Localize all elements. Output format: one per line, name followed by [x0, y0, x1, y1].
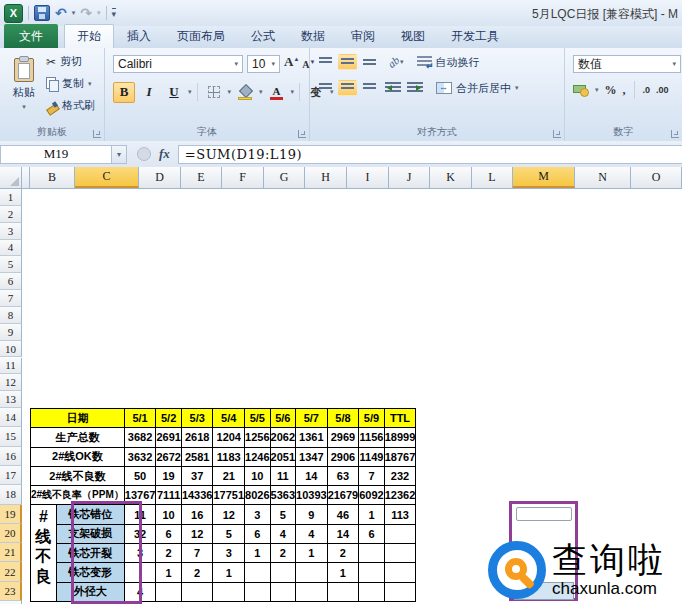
name-box-dropdown-icon[interactable]: ▾	[112, 145, 127, 164]
table-cell[interactable]: 21679	[327, 486, 359, 505]
table-cell[interactable]: 3682	[124, 428, 156, 447]
column-header-N[interactable]: N	[575, 167, 631, 188]
table-header-day[interactable]: 5/4	[213, 409, 245, 428]
undo-dropdown-icon[interactable]: ▾	[72, 9, 76, 17]
table-cell[interactable]	[181, 582, 213, 601]
row-header-6[interactable]: 6	[0, 273, 22, 290]
borders-button[interactable]	[203, 82, 225, 103]
select-all-corner[interactable]	[0, 167, 22, 188]
table-row-label[interactable]: 生产总数	[31, 428, 125, 447]
tab-insert[interactable]: 插入	[114, 24, 164, 48]
number-dialog-launcher-icon[interactable]	[671, 130, 679, 138]
table-cell[interactable]: 7	[359, 466, 384, 485]
column-header-O[interactable]: O	[631, 167, 682, 188]
table-cell[interactable]: 3	[124, 544, 156, 563]
increase-decimal-button[interactable]: .0	[643, 85, 651, 95]
table-cell[interactable]: 6	[156, 524, 181, 543]
table-cell[interactable]: 11	[270, 466, 295, 485]
row-header-5[interactable]: 5	[0, 256, 22, 273]
table-cell[interactable]: 2051	[270, 447, 295, 466]
tab-review[interactable]: 审阅	[338, 24, 388, 48]
table-header-day[interactable]: 5/7	[296, 409, 328, 428]
column-header-C[interactable]: C	[75, 167, 139, 188]
table-cell[interactable]: 11	[124, 505, 156, 524]
tab-developer[interactable]: 开发工具	[438, 24, 512, 48]
fill-color-button[interactable]	[234, 82, 256, 103]
table-header-day[interactable]: 5/9	[359, 409, 384, 428]
table-cell[interactable]	[359, 544, 384, 563]
table-cell[interactable]: 16	[181, 505, 213, 524]
row-header-9[interactable]: 9	[0, 324, 22, 341]
table-cell[interactable]	[359, 582, 384, 601]
table-cell[interactable]	[296, 582, 328, 601]
table-header-total[interactable]: TTL	[384, 409, 416, 428]
redo-icon[interactable]: ↷	[80, 6, 92, 20]
bold-button[interactable]: B	[113, 82, 135, 103]
row-header-20[interactable]: 20	[0, 524, 22, 543]
row-header-15[interactable]: 15	[0, 427, 22, 446]
customize-qat-icon[interactable]: ▾	[112, 8, 117, 18]
table-cell[interactable]: 2906	[327, 447, 359, 466]
row-header-12[interactable]: 12	[0, 374, 22, 391]
row-header-18[interactable]: 18	[0, 485, 22, 504]
tab-file[interactable]: 文件	[4, 24, 58, 48]
table-defect-label[interactable]: 铁芯错位	[56, 505, 124, 524]
column-header-K[interactable]: K	[430, 167, 472, 188]
align-top-button[interactable]	[316, 54, 335, 70]
table-cell[interactable]	[213, 582, 245, 601]
table-cell[interactable]: 2618	[181, 428, 213, 447]
table-cell[interactable]: 14	[296, 466, 328, 485]
font-size-select[interactable]: 10 ▾	[247, 55, 280, 73]
table-header-day[interactable]: 5/5	[245, 409, 270, 428]
save-icon[interactable]	[34, 5, 50, 21]
table-cell[interactable]: 37	[181, 466, 213, 485]
formula-input[interactable]: =SUM(D19:L19)	[178, 145, 682, 164]
row-header-13[interactable]: 13	[0, 391, 22, 408]
accounting-dropdown-icon[interactable]: ▾	[595, 86, 599, 94]
column-header-D[interactable]: D	[139, 167, 181, 188]
table-cell[interactable]: 1246	[245, 447, 270, 466]
table-cell[interactable]: 2	[327, 544, 359, 563]
table-cell[interactable]: 5	[270, 505, 295, 524]
row-header-21[interactable]: 21	[0, 543, 22, 562]
table-cell[interactable]: 4	[124, 582, 156, 601]
table-cell[interactable]	[245, 582, 270, 601]
tab-home[interactable]: 开始	[64, 24, 114, 48]
table-header-day[interactable]: 5/2	[156, 409, 181, 428]
table-cell[interactable]	[245, 563, 270, 582]
table-cell[interactable]: 1	[296, 544, 328, 563]
tab-data[interactable]: 数据	[288, 24, 338, 48]
column-header-E[interactable]: E	[181, 167, 222, 188]
borders-dropdown-icon[interactable]: ▾	[228, 88, 232, 96]
column-header-F[interactable]: F	[222, 167, 264, 188]
excel-app-icon[interactable]: X	[4, 4, 23, 23]
table-header-day[interactable]: 5/3	[181, 409, 213, 428]
accounting-format-icon[interactable]	[573, 84, 589, 97]
copy-button[interactable]: 复制 ▾	[46, 76, 95, 91]
percent-style-button[interactable]: %	[605, 83, 617, 98]
align-middle-button[interactable]	[338, 54, 357, 70]
table-cell[interactable]: 2691	[156, 428, 181, 447]
table-cell[interactable]	[359, 563, 384, 582]
table-header-day[interactable]: 5/8	[327, 409, 359, 428]
column-header-J[interactable]: J	[389, 167, 430, 188]
table-cell[interactable]: 1361	[296, 428, 328, 447]
table-cell[interactable]: 8026	[245, 486, 270, 505]
table-cell[interactable]: 5363	[270, 486, 295, 505]
italic-button[interactable]: I	[138, 82, 160, 103]
table-cell[interactable]: 2	[181, 563, 213, 582]
table-defect-label[interactable]: 支架破损	[56, 524, 124, 543]
table-row-label[interactable]: 2#线不良数	[31, 466, 125, 485]
table-cell[interactable]: 13767	[124, 486, 156, 505]
table-cell[interactable]: 5	[213, 524, 245, 543]
font-name-select[interactable]: Calibri ▾	[113, 55, 243, 73]
number-format-select[interactable]: 数值 ▾	[573, 55, 681, 73]
table-cell[interactable]: 12	[213, 505, 245, 524]
decrease-indent-icon[interactable]	[385, 82, 401, 94]
wrap-text-button[interactable]: 自动换行	[417, 55, 480, 70]
row-header-1[interactable]: 1	[0, 189, 22, 206]
row-header-8[interactable]: 8	[0, 307, 22, 324]
table-cell[interactable]	[270, 582, 295, 601]
row-header-19[interactable]: 19	[0, 505, 22, 524]
clipboard-dialog-launcher-icon[interactable]	[93, 130, 101, 138]
